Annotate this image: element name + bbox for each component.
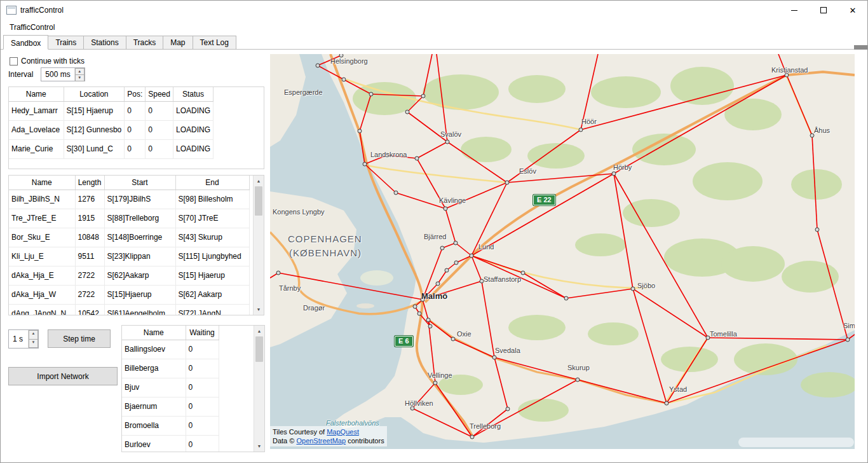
scroll-down-button[interactable]: ▼ (254, 304, 264, 315)
table-cell[interactable]: 9511 (75, 247, 104, 266)
table-cell[interactable]: 0 (186, 416, 219, 435)
spin-up-button[interactable]: ▲ (75, 68, 85, 75)
openstreetmap-link[interactable]: OpenStreetMap (296, 437, 346, 445)
table-row[interactable]: Bjuv0 (122, 378, 219, 397)
table-cell[interactable]: 0 (186, 378, 219, 397)
table-cell[interactable]: S[61]Aengelholm (104, 304, 175, 315)
table-row[interactable]: Tre_JTreE_E1915S[88]TrelleborgS[70] JTre… (9, 209, 249, 228)
table-cell[interactable]: 10848 (75, 228, 104, 247)
table-cell[interactable]: 10542 (75, 304, 104, 315)
table-cell[interactable]: 2722 (75, 285, 104, 304)
table-cell[interactable]: dAng_JAngN_N (9, 304, 75, 315)
tab-sandbox[interactable]: Sandbox (3, 35, 48, 50)
table-cell[interactable]: S[115] Ljungbyhed (175, 247, 249, 266)
interval-value[interactable]: 500 ms (41, 68, 74, 81)
minimize-button[interactable] (780, 1, 809, 20)
import-network-button[interactable]: Import Network (8, 367, 118, 385)
spin-down-button[interactable]: ▼ (29, 340, 38, 349)
table-row[interactable]: Bjaernum0 (122, 397, 219, 416)
table-cell[interactable]: Marie_Curie (9, 139, 64, 158)
mapquest-link[interactable]: MapQuest (327, 428, 359, 436)
table-row[interactable]: Bromoella0 (122, 416, 219, 435)
column-header-start[interactable]: Start (104, 176, 175, 190)
tab-trains[interactable]: Trains (48, 36, 84, 49)
scroll-up-button[interactable]: ▲ (254, 176, 264, 186)
spin-up-button[interactable]: ▲ (29, 330, 38, 340)
table-cell[interactable]: Kli_Lju_E (9, 247, 75, 266)
table-cell[interactable]: S[15] Hjaerup (175, 266, 249, 285)
stations-scrollbar[interactable]: ▲ ▼ (254, 326, 264, 452)
column-header-waiting[interactable]: Waiting (186, 326, 219, 340)
table-cell[interactable]: 1276 (75, 190, 104, 209)
table-cell[interactable]: 0 (186, 435, 219, 452)
table-row[interactable]: dAng_JAngN_N10542S[61]AengelholmS[72] JA… (9, 304, 249, 315)
continue-with-ticks-checkbox[interactable] (10, 57, 18, 66)
table-cell[interactable]: Burloev (122, 435, 186, 452)
table-row[interactable]: Bor_Sku_E10848S[148]BoerringeS[43] Skuru… (9, 228, 249, 247)
table-cell[interactable]: 0 (125, 139, 146, 158)
scroll-up-button[interactable]: ▲ (254, 326, 264, 336)
table-cell[interactable]: LOADING (173, 101, 213, 120)
table-cell[interactable]: Bromoella (122, 416, 186, 435)
table-cell[interactable]: S[43] Skurup (175, 228, 249, 247)
table-cell[interactable]: S[179]JBilhS (104, 190, 175, 209)
table-row[interactable]: Ballingsloev0 (122, 340, 219, 359)
table-cell[interactable]: Bjaernum (122, 397, 186, 416)
table-cell[interactable]: S[15]Hjaerup (104, 285, 175, 304)
table-row[interactable]: Hedy_LamarrS[15] Hjaerup00LOADING (9, 101, 213, 120)
scrollbar-thumb[interactable] (255, 336, 263, 362)
table-cell[interactable]: 0 (186, 359, 219, 378)
table-cell[interactable]: S[62]Aakarp (104, 266, 175, 285)
table-row[interactable]: Kli_Lju_E9511S[23]KlippanS[115] Ljungbyh… (9, 247, 249, 266)
table-cell[interactable]: S[23]Klippan (104, 247, 175, 266)
table-cell[interactable]: S[62] Aakarp (175, 285, 249, 304)
scrollbar-thumb[interactable] (255, 186, 262, 216)
table-cell[interactable]: 0 (186, 340, 219, 359)
tab-tracks[interactable]: Tracks (126, 36, 164, 49)
table-cell[interactable]: S[72] JAngN (175, 304, 249, 315)
column-header-speed[interactable]: Speed (146, 87, 173, 101)
tab-map[interactable]: Map (163, 36, 193, 49)
column-header-pos[interactable]: Pos: (125, 87, 146, 101)
table-cell[interactable]: dAka_Hja_E (9, 266, 75, 285)
tracks-scrollbar[interactable]: ▲ ▼ (253, 176, 264, 315)
table-cell[interactable]: 0 (125, 101, 146, 120)
scroll-down-button[interactable]: ▼ (254, 441, 264, 452)
table-cell[interactable]: 0 (146, 139, 173, 158)
column-header-location[interactable]: Location (64, 87, 125, 101)
table-cell[interactable]: Bjuv (122, 378, 186, 397)
table-cell[interactable]: S[15] Hjaerup (64, 101, 125, 120)
table-cell[interactable]: Bor_Sku_E (9, 228, 75, 247)
table-cell[interactable]: dAka_Hja_W (9, 285, 75, 304)
column-header-length[interactable]: Length (75, 176, 104, 190)
table-cell[interactable]: 1915 (75, 209, 104, 228)
table-cell[interactable]: S[98] Billesholm (175, 190, 249, 209)
table-row[interactable]: Ada_LovelaceS[12] Gunnesbo00LOADING (9, 120, 213, 139)
column-header-name[interactable]: Name (9, 87, 64, 101)
table-cell[interactable]: LOADING (173, 120, 213, 139)
table-row[interactable]: dAka_Hja_W2722S[15]HjaerupS[62] Aakarp (9, 285, 249, 304)
tab-text-log[interactable]: Text Log (193, 36, 236, 49)
table-cell[interactable]: 2722 (75, 266, 104, 285)
column-header-end[interactable]: End (175, 176, 249, 190)
column-header-name[interactable]: Name (9, 176, 75, 190)
table-row[interactable]: Billeberga0 (122, 359, 219, 378)
table-cell[interactable]: Ada_Lovelace (9, 120, 64, 139)
step-time-button[interactable]: Step time (48, 329, 111, 348)
table-row[interactable]: Burloev0 (122, 435, 219, 452)
scrollbar-track[interactable] (254, 186, 264, 304)
table-row[interactable]: Bilh_JBilhS_N1276S[179]JBilhSS[98] Bille… (9, 190, 249, 209)
table-row[interactable]: dAka_Hja_E2722S[62]AakarpS[15] Hjaerup (9, 266, 249, 285)
table-cell[interactable]: Hedy_Lamarr (9, 101, 64, 120)
table-cell[interactable]: 0 (146, 101, 173, 120)
menu-trafficcontrol[interactable]: TrafficControl (6, 21, 58, 34)
table-cell[interactable]: 0 (146, 120, 173, 139)
table-cell[interactable]: Billeberga (122, 359, 186, 378)
table-cell[interactable]: S[70] JTreE (175, 209, 249, 228)
tab-stations[interactable]: Stations (83, 36, 126, 49)
map-view[interactable]: HelsingborgKristianstadEspergærdeHöörÅhu… (270, 54, 855, 449)
table-cell[interactable]: Tre_JTreE_E (9, 209, 75, 228)
table-cell[interactable]: 0 (186, 397, 219, 416)
spin-down-button[interactable]: ▼ (75, 75, 85, 81)
table-cell[interactable]: S[88]Trelleborg (104, 209, 175, 228)
